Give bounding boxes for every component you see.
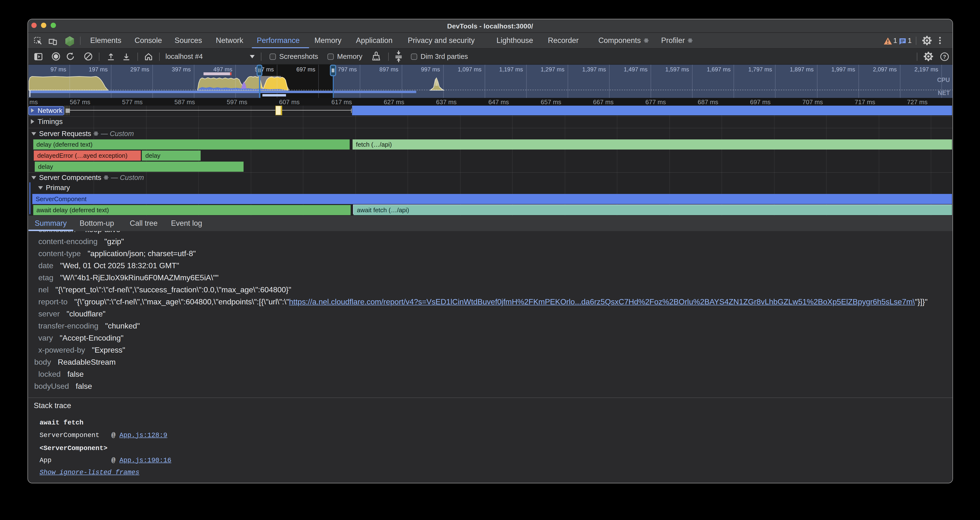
svg-text:?: ? [943, 54, 946, 60]
